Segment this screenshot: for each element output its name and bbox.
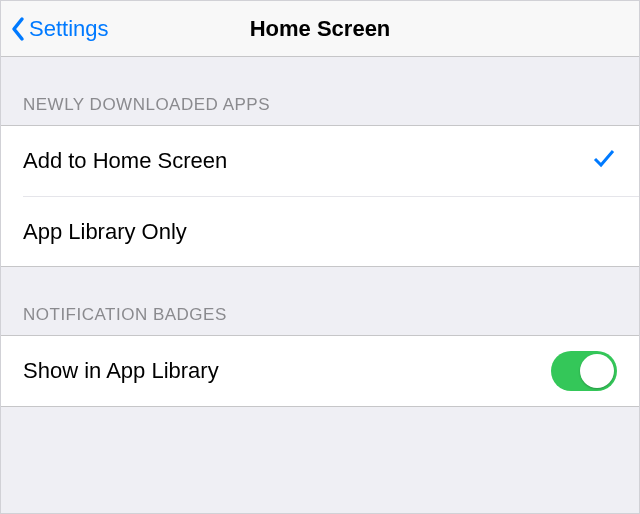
section-header-downloads: NEWLY DOWNLOADED APPS — [1, 57, 639, 125]
toggle-knob — [580, 354, 614, 388]
row-show-in-app-library[interactable]: Show in App Library — [1, 336, 639, 406]
navbar: Settings Home Screen — [1, 1, 639, 57]
option-label: Add to Home Screen — [23, 148, 227, 174]
downloads-group: Add to Home Screen App Library Only — [1, 125, 639, 267]
chevron-left-icon — [9, 15, 27, 43]
toggle-show-in-app-library[interactable] — [551, 351, 617, 391]
back-button[interactable]: Settings — [1, 15, 109, 43]
checkmark-icon — [591, 145, 617, 177]
back-label: Settings — [29, 16, 109, 42]
option-add-to-home-screen[interactable]: Add to Home Screen — [1, 126, 639, 196]
option-label: App Library Only — [23, 219, 187, 245]
row-label: Show in App Library — [23, 358, 219, 384]
option-app-library-only[interactable]: App Library Only — [23, 196, 639, 266]
badges-group: Show in App Library — [1, 335, 639, 407]
section-header-badges: NOTIFICATION BADGES — [1, 267, 639, 335]
